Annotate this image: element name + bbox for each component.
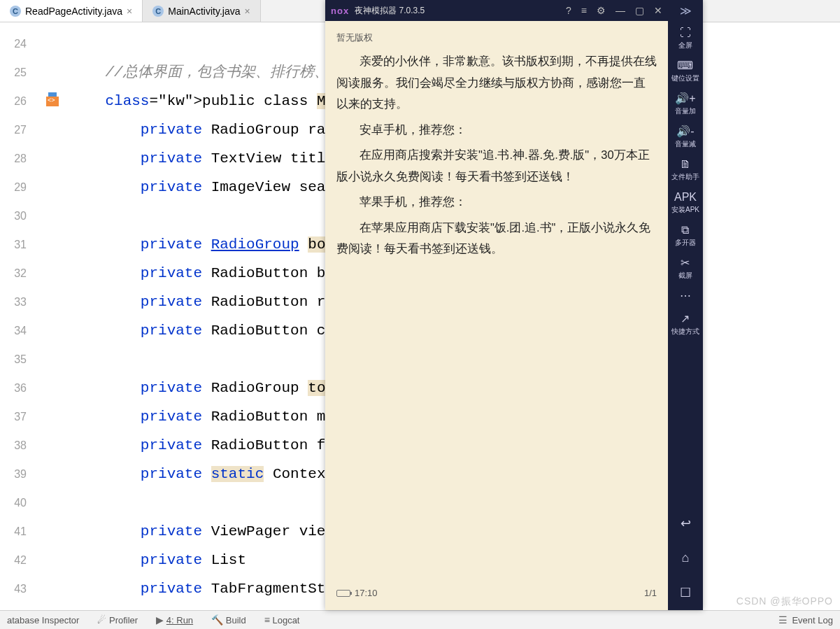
side-more[interactable]: ⋯	[671, 286, 699, 309]
class-start-icon	[46, 97, 59, 106]
run-tab[interactable]: ▶ 4: Run	[156, 614, 193, 626]
collapse-sidebar-icon[interactable]: ≫	[680, 4, 692, 17]
multi-icon: ⧉	[671, 225, 699, 236]
vol-up-icon: 🔊+	[671, 93, 699, 104]
android-home-icon[interactable]: ⌂	[682, 551, 690, 565]
side-screenshot[interactable]: ✂截屏	[671, 253, 699, 286]
minimize-icon[interactable]: —	[615, 5, 625, 16]
side-vol-down[interactable]: 🔊-音量减	[671, 122, 699, 155]
shortcut-icon: ↗	[671, 313, 699, 325]
android-recents-icon[interactable]: ☐	[680, 585, 691, 600]
android-back-icon[interactable]: ↩	[681, 516, 691, 531]
more-icon: ⋯	[671, 290, 699, 302]
battery-icon	[336, 590, 350, 597]
hammer-icon: 🔨	[211, 614, 223, 626]
logcat-icon: ≡	[264, 614, 270, 626]
emulator-title: 夜神模拟器 7.0.3.5	[355, 5, 425, 17]
close-icon[interactable]: ×	[127, 6, 132, 17]
event-log-icon: ☰	[778, 614, 788, 626]
tab-readpage[interactable]: C ReadPageActivity.java ×	[0, 0, 143, 22]
screen-footer: 80 17:10 1/1	[336, 585, 657, 602]
java-class-icon: C	[152, 6, 164, 17]
line-gutter: 2425262728293031323334353637383940414243	[0, 22, 35, 610]
profiler-icon: ☄	[97, 614, 106, 626]
database-inspector-tab[interactable]: atabase Inspector	[7, 615, 79, 626]
profiler-tab[interactable]: ☄ Profiler	[97, 614, 138, 626]
event-log-tab[interactable]: ☰ Event Log	[778, 614, 833, 626]
close-icon[interactable]: ✕	[654, 5, 662, 16]
play-icon: ▶	[156, 614, 164, 626]
side-install-apk[interactable]: APK安装APK	[671, 188, 699, 220]
emulator-sidebar: ≫ ⛶全屏⌨键位设置🔊+音量加🔊-音量减🗎文件助手APK安装APK⧉多开器✂截屏…	[668, 0, 703, 610]
side-fullscreen[interactable]: ⛶全屏	[671, 23, 699, 56]
gear-icon[interactable]: ⚙	[597, 5, 606, 16]
java-class-icon: C	[10, 6, 21, 17]
emulator-titlebar[interactable]: nox 夜神模拟器 7.0.3.5 ? ≡ ⚙ — ▢ ✕	[325, 0, 668, 21]
side-vol-up[interactable]: 🔊+音量加	[671, 89, 699, 122]
install-apk-icon: APK	[671, 192, 699, 203]
close-icon[interactable]: ×	[244, 6, 250, 17]
vol-down-icon: 🔊-	[671, 126, 699, 137]
page-indicator: 1/1	[644, 585, 657, 602]
tab-label: ReadPageActivity.java	[25, 6, 122, 17]
side-keymap[interactable]: ⌨键位设置	[671, 56, 699, 89]
nox-emulator-window: nox 夜神模拟器 7.0.3.5 ? ≡ ⚙ — ▢ ✕ 暂无版权 亲爱的小伙…	[325, 0, 703, 610]
logcat-tab[interactable]: ≡ Logcat	[264, 614, 300, 626]
side-multi[interactable]: ⧉多开器	[671, 220, 699, 253]
gutter-icons	[35, 22, 70, 610]
bottom-toolbar: atabase Inspector ☄ Profiler ▶ 4: Run 🔨 …	[0, 610, 840, 629]
maximize-icon[interactable]: ▢	[635, 5, 644, 16]
screen-header: 暂无版权	[336, 29, 657, 46]
side-file-helper[interactable]: 🗎文件助手	[671, 155, 699, 188]
tab-mainactivity[interactable]: C MainActivity.java ×	[143, 0, 260, 22]
clock: 17:10	[355, 585, 378, 602]
fullscreen-icon: ⛶	[671, 27, 699, 38]
tab-label: MainActivity.java	[168, 6, 240, 17]
emulator-screen[interactable]: 暂无版权 亲爱的小伙伴，非常歉意。该书版权到期，不再提供在线阅读服务。我们会竭尽…	[325, 21, 668, 610]
help-icon[interactable]: ?	[566, 5, 571, 16]
file-helper-icon: 🗎	[671, 159, 699, 170]
build-tab[interactable]: 🔨 Build	[211, 614, 246, 626]
watermark: CSDN @振华OPPO	[736, 595, 833, 608]
nox-logo: nox	[331, 6, 349, 16]
screen-body: 亲爱的小伙伴，非常歉意。该书版权到期，不再提供在线阅读服务。我们会竭尽全力继续与…	[336, 50, 657, 585]
screenshot-icon: ✂	[671, 257, 699, 269]
menu-icon[interactable]: ≡	[581, 5, 587, 16]
keymap-icon: ⌨	[671, 60, 699, 71]
side-shortcut[interactable]: ↗快捷方式	[671, 309, 699, 342]
